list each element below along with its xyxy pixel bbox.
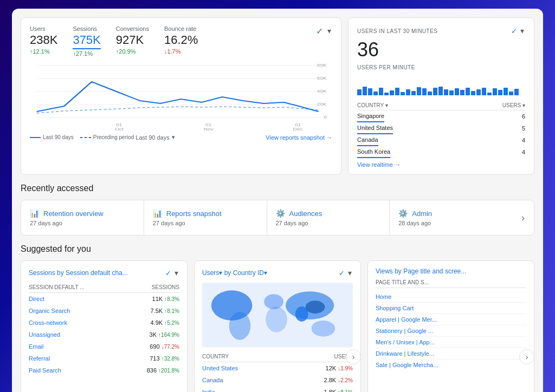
- suggest-check-icon: ✓: [165, 269, 171, 277]
- recent-date: 27 days ago: [153, 220, 258, 226]
- recent-link[interactable]: Audiences: [289, 210, 322, 218]
- recently-accessed-item[interactable]: 📊 Retention overview 27 days ago: [21, 200, 144, 235]
- sessions-change-val: ↑201.8%: [158, 368, 179, 374]
- period-label: Last 90 days: [135, 134, 169, 141]
- metrics-header: Users 238K ↑12.1% Sessions 375K ↑27.1% C…: [30, 25, 332, 57]
- rt-country-cell[interactable]: United States: [357, 122, 393, 134]
- rt-table-row: Canada4: [357, 134, 525, 146]
- country-card-next-button[interactable]: ›: [346, 349, 361, 364]
- suggest-views-title: Views by Page title and scree...: [376, 267, 466, 275]
- views-col-header: PAGE TITLE AND S...: [376, 279, 526, 288]
- main-chart: 80K 60K 40K 20K 0 01 Oct 01 Nov 0: [30, 60, 332, 130]
- country-table-row: United States 12K ↓1.9%: [202, 362, 353, 375]
- legend-dashed: Preceding period: [80, 134, 134, 140]
- recently-accessed-item[interactable]: ⚙️ Audiences 27 days ago: [267, 200, 390, 235]
- legend-solid: Last 90 days: [30, 134, 74, 140]
- rt-bar: [390, 90, 394, 95]
- suggest-card-country: Users▾ by Country ID▾ ✓ ▾: [194, 260, 361, 392]
- recently-accessed-row: 📊 Retention overview 27 days ago 📊 Repor…: [21, 200, 534, 236]
- suggest-card-views-header: Views by Page title and scree...: [376, 267, 526, 275]
- users-label: Users: [30, 25, 57, 32]
- views-list-item[interactable]: Home: [376, 291, 526, 303]
- rt-bar: [368, 88, 372, 95]
- rt-bar: [422, 88, 427, 95]
- rt-country-cell[interactable]: South Korea: [357, 146, 390, 158]
- view-realtime-link[interactable]: View realtime →: [357, 161, 525, 168]
- recent-item-header: 📊 Retention overview: [30, 209, 135, 218]
- rt-bar: [357, 89, 362, 95]
- country-col1: COUNTRY: [202, 352, 285, 362]
- sessions-change-val: ↑5.2%: [164, 320, 179, 326]
- recent-link[interactable]: Admin: [412, 210, 432, 218]
- svg-text:Nov: Nov: [204, 127, 214, 130]
- sessions-change-val: ↑32.8%: [162, 356, 179, 362]
- sessions-name-cell: Organic Search: [29, 305, 124, 317]
- svg-text:Oct: Oct: [115, 127, 124, 130]
- rt-dropdown-button[interactable]: ▾: [519, 25, 525, 36]
- conversions-change: ↑20.9%: [116, 48, 149, 55]
- metric-sessions: Sessions 375K ↑27.1%: [73, 25, 100, 57]
- rt-country-cell[interactable]: Singapore: [357, 110, 384, 122]
- rt-bar: [449, 90, 454, 95]
- suggest-sessions-title: Sessions by Session default cha...: [29, 269, 128, 277]
- views-list: HomeShopping CartApparel | Google Mer...…: [376, 291, 526, 370]
- country-col2: USERS: [285, 352, 353, 362]
- suggest-country-dropdown-btn[interactable]: ▾: [347, 267, 353, 278]
- view-reports-link[interactable]: View reports snapshot →: [266, 134, 332, 141]
- views-list-item[interactable]: Drinkware | Lifestyle...: [376, 348, 526, 360]
- rt-users-cell: 4: [460, 146, 525, 158]
- rt-bar-chart: [357, 74, 525, 95]
- svg-text:Dec: Dec: [293, 127, 304, 130]
- realtime-card: USERS IN LAST 30 MINUTES ✓ ▾ 36 USERS PE…: [348, 17, 534, 175]
- country-name-cell: Canada: [202, 374, 285, 386]
- rt-bar: [379, 88, 383, 95]
- sessions-name-cell: Direct: [29, 293, 124, 305]
- sessions-value[interactable]: 375K: [73, 33, 100, 49]
- rt-bar: [504, 88, 508, 95]
- sessions-change-val: ↓77.2%: [162, 344, 179, 350]
- rt-country-cell[interactable]: Canada: [357, 134, 378, 146]
- views-list-item[interactable]: Apparel | Google Mer...: [376, 314, 526, 325]
- bounce-change: ↓1.7%: [164, 48, 198, 55]
- sessions-name-cell: Unassigned: [29, 329, 124, 341]
- suggest-country-actions: ✓ ▾: [339, 267, 353, 278]
- metrics-dropdown-button[interactable]: ▾: [326, 25, 332, 36]
- suggest-sessions-dropdown[interactable]: ▾: [173, 267, 179, 278]
- chart-footer: Last 90 days Preceding period Last 90 da…: [30, 134, 332, 141]
- sessions-val-cell: 690 ↓77.2%: [124, 341, 179, 352]
- sessions-change-val: ↑8.1%: [164, 308, 179, 314]
- svg-point-22: [312, 321, 335, 337]
- views-list-item[interactable]: Shopping Cart: [376, 303, 526, 314]
- period-selector[interactable]: Last 90 days ▾: [135, 134, 175, 141]
- country-table: COUNTRY USERS United States 12K ↓1.9% Ca…: [202, 352, 353, 392]
- svg-text:80K: 80K: [317, 63, 327, 68]
- recently-accessed-item[interactable]: ⚙️ Admin 28 days ago: [390, 200, 512, 235]
- country-val-cell: 12K ↓1.9%: [285, 362, 353, 375]
- suggest-views-prefix: Views by: [376, 267, 402, 275]
- svg-text:40K: 40K: [317, 89, 327, 94]
- recent-link[interactable]: Reports snapshot: [166, 210, 222, 218]
- rt-bar: [476, 89, 481, 95]
- rt-bar: [428, 92, 432, 95]
- rt-bar: [406, 89, 410, 95]
- sessions-name-cell: Referral: [29, 352, 124, 364]
- views-card-next-button[interactable]: ›: [519, 349, 534, 364]
- main-metrics-card: Users 238K ↑12.1% Sessions 375K ↑27.1% C…: [21, 17, 341, 175]
- recent-link[interactable]: Retention overview: [43, 210, 104, 218]
- suggest-sessions-suffix: by Session default cha...: [55, 269, 128, 277]
- conversions-label: Conversions: [116, 25, 149, 32]
- recently-accessed-item[interactable]: 📊 Reports snapshot 27 days ago: [144, 200, 267, 235]
- recent-item-header: ⚙️ Admin: [398, 209, 504, 218]
- views-list-item[interactable]: Sale | Google Mercha...: [376, 360, 526, 370]
- recently-accessed-next-button[interactable]: ›: [512, 200, 534, 235]
- rt-bar: [514, 89, 519, 95]
- country-val-cell: 1.8K ↑8.1%: [285, 386, 353, 392]
- rt-bar: [363, 87, 367, 95]
- suggest-card-sessions: Sessions by Session default cha... ✓ ▾ S…: [21, 260, 188, 392]
- recent-date: 27 days ago: [276, 220, 381, 226]
- views-list-item[interactable]: Men's / Unisex | App...: [376, 337, 526, 348]
- world-map: [202, 283, 353, 348]
- views-list-item[interactable]: Stationery | Google ...: [376, 325, 526, 337]
- rt-footer: View realtime →: [357, 161, 525, 168]
- rt-table-row: South Korea4: [357, 146, 525, 158]
